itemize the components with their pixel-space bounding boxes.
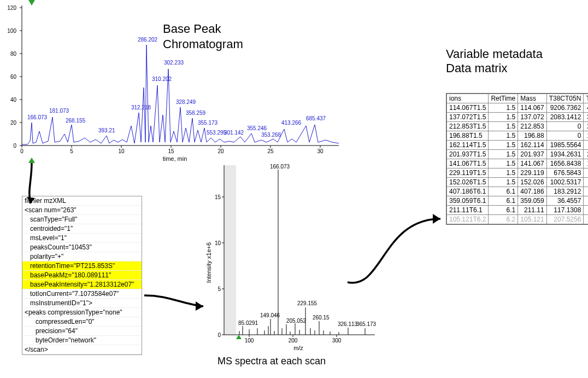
table-cell: 0: [546, 131, 584, 141]
table-cell: 2295.2461: [584, 150, 588, 159]
y-tick: 15: [215, 194, 221, 200]
ms-peak-label: 166.073: [270, 164, 290, 170]
ms-peak-label: 229.155: [297, 300, 317, 306]
y-tick: 10: [215, 240, 221, 246]
table-row: 212.853T1.51.5212.85302095.7974: [447, 122, 589, 131]
table-cell: 196.88: [518, 131, 546, 141]
table-cell: 267.3418: [584, 141, 588, 150]
table-row: 407.186T6.16.1407.186183.2912588.2105: [447, 187, 589, 196]
xml-title: fichier mzXML: [22, 196, 142, 206]
table-cell: 407.186T6.1: [447, 187, 489, 196]
ms-title: MS spectra at each scan: [217, 356, 326, 367]
xml-line: centroided="1": [22, 224, 142, 234]
ms-peak-label: 85.0291: [238, 320, 258, 326]
table-cell: 212.853T1.5: [447, 122, 489, 131]
ms-spectrum: 0 5 10 15 Intensity x1e+6 100 200 300 m/…: [205, 164, 380, 354]
xml-line-retentiontime: retentionTime="PT215.853S": [22, 261, 142, 271]
table-cell: 141.067: [518, 159, 546, 168]
table-cell: 152.026: [518, 178, 546, 187]
col-sample-b: T38CT05N: [584, 94, 588, 103]
table-cell: 137.072: [518, 113, 546, 122]
table-cell: 676.5843: [546, 168, 584, 178]
table-cell: 162.114T1.5: [447, 141, 489, 150]
x-tick: 30: [317, 148, 324, 154]
table-row: 162.114T1.51.5162.1141985.5564267.3418: [447, 141, 589, 150]
x-tick: 20: [217, 148, 224, 154]
svg-marker-54: [433, 214, 440, 224]
xml-line: </scan>: [22, 345, 142, 354]
x-tick: 25: [267, 148, 274, 154]
table-row: 137.072T1.51.5137.0722083.14123437.6839: [447, 113, 589, 122]
table-cell: 359.059T6.1: [447, 196, 489, 206]
mzxml-xml-panel: fichier mzXML <scan num="263" scanType="…: [22, 196, 142, 355]
table-header-row: ions RetTime Mass T38CT05N T38CT05N: [447, 94, 589, 103]
datatable-titles: Variable metadata Data matrix: [446, 47, 543, 76]
x-tick: 10: [118, 148, 125, 154]
y-tick: 100: [7, 28, 16, 34]
table-cell: 117.1308: [546, 206, 584, 215]
peak-label: 393.21: [98, 127, 115, 133]
table-cell: 1024.2224: [584, 215, 588, 224]
table-cell: 1.5: [489, 178, 518, 187]
data-matrix-table: ions RetTime Mass T38CT05N T38CT05N 114.…: [446, 93, 588, 225]
table-cell: 588.2105: [584, 187, 588, 196]
x-axis-label: time, min: [163, 155, 187, 162]
x-tick: 300: [332, 338, 342, 344]
col-rettime: RetTime: [489, 94, 518, 103]
y-tick: 0: [217, 332, 221, 338]
peak-label: 286.202: [138, 37, 158, 43]
peak-label: 358.259: [186, 110, 206, 116]
x-tick: 5: [70, 148, 73, 154]
xml-line: polarity="+": [22, 252, 142, 261]
table-cell: 212.853: [518, 122, 546, 131]
xml-line: byteOrder="network": [22, 336, 142, 345]
xml-line: <scan num="263": [22, 206, 142, 215]
peak-label: 355.246: [247, 125, 267, 131]
table-row: 114.067T1.51.5114.0679206.73624014.3652: [447, 103, 589, 113]
table-row: 229.119T1.51.5229.119676.5843688.6075: [447, 168, 589, 178]
chrom-title-2: Chromatogram: [163, 37, 243, 51]
table-cell: 1002.5317: [546, 178, 584, 187]
peak-label: 355.173: [198, 120, 218, 126]
xml-line: <peaks compressionType="none": [22, 308, 142, 317]
table-cell: 105.121T6.2: [447, 215, 489, 224]
ms-peak-label: 205.052: [286, 318, 307, 324]
table-row-faded: 105.121T6.26.2105.121207.52561024.2224: [447, 215, 589, 224]
svg-rect-16: [224, 165, 236, 335]
table-row: 141.067T1.51.5141.0671656.84381182.8188: [447, 159, 589, 168]
table-cell: 207.5256: [546, 215, 584, 224]
table-cell: 1.5: [489, 131, 518, 141]
xml-line-basepeakintensity: basePeakIntensity="1.2813312e07": [22, 280, 142, 289]
table-cell: 2095.7974: [584, 122, 588, 131]
ms-peak-label: 326.113: [338, 321, 358, 327]
col-mass: Mass: [518, 94, 546, 103]
table-cell: 3437.6839: [584, 113, 588, 122]
table-cell: 201.937: [518, 150, 546, 159]
x-tick: 15: [168, 148, 174, 154]
x-tick: 0: [20, 148, 23, 154]
svg-marker-53: [196, 301, 203, 311]
table-cell: 137.072T1.5: [447, 113, 489, 122]
table-cell: 4014.3652: [584, 103, 588, 113]
table-cell: 2083.1412: [546, 113, 584, 122]
peak-label: 328.249: [176, 99, 196, 105]
table-cell: 114.067T1.5: [447, 103, 489, 113]
table-cell: 36.4557: [546, 196, 584, 206]
ms-peak-label: 365.173: [356, 321, 377, 327]
table-cell: 6.1: [489, 206, 518, 215]
table-cell: 211.11T6.1: [447, 206, 489, 215]
dt-title-2: Data matrix: [446, 61, 543, 75]
col-sample-a: T38CT05N: [546, 94, 584, 103]
table-cell: 1.5: [489, 168, 518, 178]
y-tick: 60: [10, 74, 17, 80]
dt-title-1: Variable metadata: [446, 47, 543, 61]
xml-line: scanType="Full": [22, 215, 142, 224]
table-cell: 201.937T1.5: [447, 150, 489, 159]
table-cell: 0: [546, 122, 584, 131]
y-tick: 80: [10, 51, 17, 57]
table-cell: 1.5: [489, 159, 518, 168]
y-axis-label: Intensity x1e+6: [205, 242, 212, 283]
table-cell: 229.119: [518, 168, 546, 178]
table-cell: 1656.8438: [546, 159, 584, 168]
table-cell: 114.067: [518, 103, 546, 113]
